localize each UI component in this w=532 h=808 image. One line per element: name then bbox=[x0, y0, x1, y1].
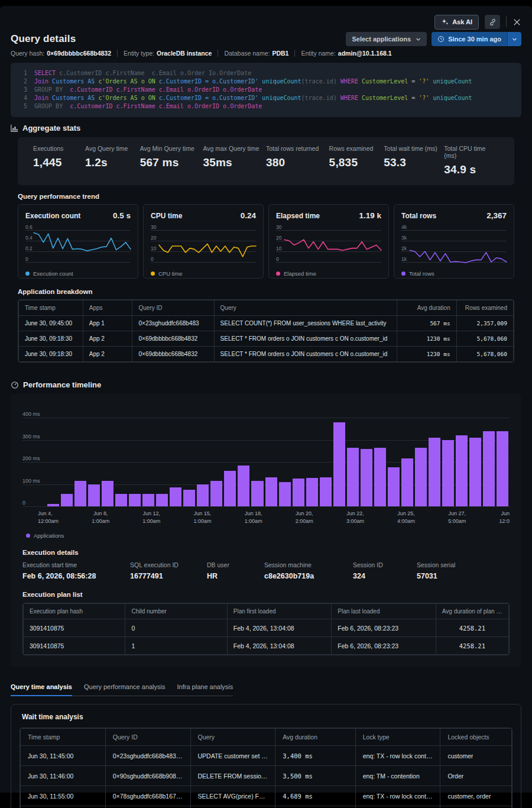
table-row: June 30, 09:45:00App 10×23sghuddfc668b48… bbox=[19, 316, 514, 331]
timeline-bar[interactable] bbox=[210, 481, 222, 506]
line-number: 2 bbox=[18, 77, 27, 86]
timeline-bar[interactable] bbox=[333, 422, 345, 507]
tab-query-performance-analysis[interactable]: Query performance analysis bbox=[84, 680, 166, 696]
x-tick-label: Jun 12,1:00am bbox=[142, 510, 160, 525]
table-cell: June 30, 09:18:30 bbox=[19, 347, 83, 362]
tab-query-time-analysis[interactable]: Query time analysis bbox=[11, 680, 72, 696]
table-cell: 567 ms bbox=[397, 316, 456, 331]
timeline-bar[interactable] bbox=[442, 440, 454, 507]
x-tick-label: Jun 18,1:00am bbox=[245, 510, 262, 525]
timeline-bar[interactable] bbox=[156, 494, 168, 506]
timeline-bar[interactable] bbox=[129, 494, 141, 506]
timeline-bar[interactable] bbox=[469, 438, 481, 506]
timeline-bar[interactable] bbox=[88, 484, 100, 507]
sql-token: Join bbox=[34, 95, 48, 101]
stat-value: 53.3 bbox=[384, 156, 444, 169]
sql-token: Customers AS bbox=[48, 95, 95, 101]
stat-label: Avg Min Query time bbox=[140, 145, 203, 152]
timeline-bar[interactable] bbox=[115, 494, 127, 506]
legend-dot bbox=[401, 272, 406, 276]
entity-meta-item: Query hash:0×69dbbbbc668b4832 bbox=[11, 50, 111, 57]
entity-meta-row: Query hash:0×69dbbbbc668b4832Entity type… bbox=[11, 50, 521, 57]
legend-dot bbox=[276, 272, 280, 276]
table-row: Jun 30, 11:55:000×78sghuddfc668b16709SEL… bbox=[21, 806, 512, 808]
stat-value: 5,835 bbox=[329, 156, 384, 169]
timeline-bar[interactable] bbox=[401, 458, 413, 506]
trend-chart-plot[interactable]: 4k3k2k1k bbox=[401, 230, 507, 262]
execution-detail-item: Execution start timeFeb 6, 2026, 08:56:2… bbox=[22, 561, 130, 580]
trend-chart-plot[interactable]: 3020100 bbox=[151, 230, 256, 262]
timeline-bar[interactable] bbox=[483, 431, 495, 507]
timeline-bar[interactable] bbox=[102, 481, 113, 506]
timeline-bar[interactable] bbox=[497, 431, 508, 507]
trend-chart-legend: Elapsed time bbox=[276, 270, 381, 277]
table-cell: Jun 30, 11:45:00 bbox=[21, 746, 106, 766]
timeline-bar[interactable] bbox=[388, 467, 400, 506]
table-row: Jun 30, 11:46:000×90sghuddfc668b9084...D… bbox=[21, 766, 512, 786]
sql-token: '?' bbox=[419, 95, 429, 101]
trend-chart-plot[interactable]: 3020100 bbox=[276, 230, 381, 262]
table-cell: latch: cache buffers chains bbox=[355, 806, 440, 808]
timeline-bar[interactable] bbox=[374, 448, 386, 506]
timeline-bar[interactable] bbox=[279, 482, 291, 506]
timeline-bar[interactable] bbox=[320, 477, 332, 507]
table-cell: 0 bbox=[125, 619, 227, 637]
sql-token: = bbox=[408, 78, 419, 85]
timeline-bar[interactable] bbox=[361, 449, 372, 507]
gridline: 0 bbox=[25, 262, 131, 263]
timeline-bar[interactable] bbox=[347, 448, 359, 506]
sql-line: 5GROUP BY c.CustomerID c.FirstName c.Ema… bbox=[18, 102, 514, 111]
execution-details-label: Execution details bbox=[22, 549, 510, 556]
tab-infra-plane-analysis[interactable]: Infra plane analysis bbox=[177, 680, 233, 696]
select-applications-dropdown[interactable]: Select applications bbox=[346, 32, 427, 46]
timeline-bar[interactable] bbox=[429, 438, 440, 506]
timeline-bar[interactable] bbox=[238, 466, 249, 506]
detail-value: HR bbox=[207, 572, 264, 580]
timeline-bar[interactable] bbox=[251, 481, 263, 506]
execution-plan-table: Execution plan hashChild numberPlan firs… bbox=[22, 603, 510, 655]
timeline-bar[interactable] bbox=[224, 471, 236, 506]
table-cell: 5,678,060 bbox=[456, 347, 513, 362]
timeline-bar[interactable] bbox=[183, 490, 195, 506]
y-tick-label: 30 bbox=[276, 224, 281, 230]
timeline-legend: Applications bbox=[26, 532, 510, 539]
x-tick-label: Jun 20,2:00am bbox=[296, 510, 313, 525]
table-cell: 4258.21 bbox=[436, 637, 508, 655]
timeline-bar[interactable] bbox=[74, 481, 86, 506]
meta-label: Query hash: bbox=[11, 50, 44, 57]
timeline-bar[interactable] bbox=[293, 479, 304, 506]
permalink-button[interactable] bbox=[485, 15, 500, 29]
table-cell: 1 bbox=[125, 637, 227, 655]
close-button[interactable] bbox=[512, 18, 521, 27]
entity-meta-item: Entity type:OracleDB instance bbox=[124, 50, 212, 57]
wait-time-analysis-table: Time stampQuery IDQueryAvg durationLock … bbox=[20, 728, 512, 808]
timeline-bar[interactable] bbox=[265, 477, 277, 506]
table-cell: App 1 bbox=[83, 316, 132, 331]
legend-label: Execution count bbox=[33, 270, 73, 277]
trend-chart-title: Total rows bbox=[401, 212, 436, 220]
timeline-bar[interactable] bbox=[170, 487, 181, 506]
timeline-bar[interactable] bbox=[197, 484, 209, 507]
ask-ai-button[interactable]: Ask AI bbox=[434, 15, 479, 30]
y-tick-label: 10 bbox=[276, 245, 281, 251]
line-number: 4 bbox=[18, 94, 27, 102]
timeline-bar[interactable] bbox=[415, 448, 427, 506]
table-cell: 2,357,009 bbox=[456, 316, 513, 331]
divider bbox=[506, 17, 507, 27]
timeline-bar[interactable] bbox=[47, 504, 59, 506]
timeline-x-axis: Jun 4,12:00amJun 8,1:00amJun 12,1:00amJu… bbox=[38, 510, 510, 525]
sql-token: uniqueCount bbox=[258, 78, 301, 85]
time-range-dropdown[interactable]: Since 30 min ago bbox=[432, 32, 521, 46]
timeline-bar[interactable] bbox=[306, 478, 318, 506]
trend-card-header: CPU time0.24 bbox=[151, 211, 256, 220]
timeline-bar[interactable] bbox=[61, 494, 73, 506]
table-cell: Jun 30, 11:46:00 bbox=[21, 766, 106, 786]
timeline-bar[interactable] bbox=[142, 494, 154, 506]
table-cell: 0×69dbbbbc668b4832 bbox=[132, 331, 214, 347]
y-tick-label: 0.4 bbox=[25, 235, 33, 241]
trend-chart-plot[interactable]: 0.60.40.20 bbox=[25, 230, 131, 262]
topbar: Ask AI bbox=[11, 6, 521, 29]
timeline-bar[interactable] bbox=[456, 435, 468, 506]
column-header: Time stamp bbox=[21, 729, 106, 746]
detail-label: DB user bbox=[207, 561, 264, 568]
